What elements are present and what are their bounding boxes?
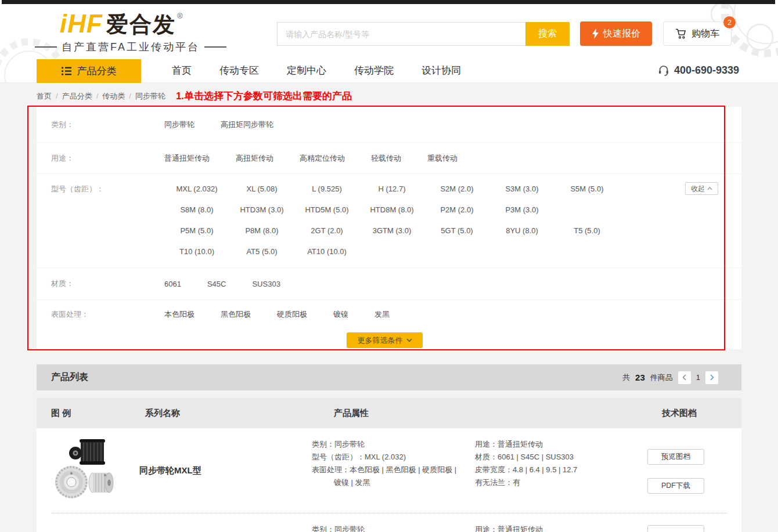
filter-option[interactable]: AT5 (5.0) — [229, 241, 294, 262]
attr-category: 类别：同步带轮 — [312, 523, 365, 532]
page: { "header": { "brand": "iHF", "brand_cn"… — [0, 0, 778, 532]
product-name[interactable]: 同步带轮MXL型 — [139, 428, 201, 513]
nav-item-transmission-zone[interactable]: 传动专区 — [219, 64, 259, 77]
filter-option[interactable]: 同步带轮 — [164, 120, 195, 130]
filter-option[interactable]: T5 (5.0) — [554, 220, 619, 241]
attr-usage: 用途：普通扭矩传动 — [475, 523, 543, 532]
filter-option[interactable]: HTD8M (8.0) — [359, 200, 424, 220]
filter-option[interactable]: 3GTM (3.0) — [359, 220, 424, 241]
tagline-line — [204, 46, 226, 48]
breadcrumb-current[interactable]: 同步带轮 — [135, 91, 165, 102]
attr-model: 型号（齿距）：MXL (2.032) — [312, 451, 456, 464]
search-button[interactable]: 搜索 — [525, 22, 570, 46]
quick-quote-button[interactable]: 快速报价 — [580, 21, 652, 46]
filter-option[interactable]: H (12.7) — [359, 179, 424, 200]
item-count-suffix: 件商品 — [650, 372, 673, 383]
breadcrumb-home[interactable]: 首页 — [37, 91, 52, 102]
product-image-pulleys[interactable] — [54, 436, 121, 501]
cart-badge: 2 — [723, 16, 736, 28]
attr-material: 材质：6061 | S45C | SUS303 — [475, 451, 577, 464]
chevron-left-icon — [682, 374, 686, 381]
list-icon — [62, 67, 71, 75]
breadcrumb-separator: / — [96, 92, 99, 100]
pdf-download-button[interactable]: PDF下载 — [647, 478, 704, 494]
filter-option[interactable]: 黑色阳极 — [221, 309, 251, 320]
attr-belt-width: 皮带宽度：4.8 | 6.4 | 9.5 | 12.7 — [475, 464, 577, 476]
product-category-button[interactable]: 产品分类 — [37, 59, 141, 83]
prev-page-button[interactable] — [678, 371, 691, 384]
filter-option[interactable]: 高精定位传动 — [300, 153, 345, 164]
search-input[interactable] — [277, 22, 525, 46]
service-phone: 400-690-9339 — [658, 58, 739, 82]
filter-row-usage: 用途： 普通扭矩传动 高扭矩传动 高精定位传动 轻载传动 重载传动 — [37, 143, 741, 174]
filter-option[interactable]: 5GT (5.0) — [424, 220, 489, 241]
breadcrumb-separator: / — [56, 92, 58, 100]
attr-surface: 表面处理：本色阳极 | 黑色阳极 | 硬质阳极 | — [312, 464, 456, 476]
cart-icon — [675, 28, 687, 39]
product-rows: 同步带轮MXL型 类别：同步带轮 型号（齿距）：MXL (2.032) 表面处理… — [37, 428, 741, 532]
filter-option[interactable]: T10 (10.0) — [164, 241, 229, 262]
attr-flange: 有无法兰：有 — [475, 476, 577, 489]
filter-option[interactable]: HTD3M (3.0) — [229, 200, 294, 220]
filter-row-model: 型号（齿距）： MXL (2.032) XL (5.08) L (9.525) … — [37, 174, 741, 268]
cart-button[interactable]: 购物车 2 — [663, 21, 732, 46]
filter-option[interactable]: SUS303 — [252, 280, 280, 288]
site-logo[interactable]: iHF 爱合发 ® 自产直营FA工业传动平台 — [35, 11, 226, 54]
filter-option[interactable]: P5M (5.0) — [164, 220, 229, 241]
collapse-button[interactable]: 收起 — [685, 182, 718, 195]
filter-option[interactable]: AT10 (10.0) — [294, 241, 359, 262]
filter-option[interactable]: 高扭矩同步带轮 — [221, 120, 273, 130]
filter-option[interactable]: 发黑 — [374, 309, 390, 320]
filter-row-category: 类别： 同步带轮 高扭矩同步带轮 — [37, 107, 741, 143]
filter-label: 型号（齿距）： — [51, 179, 164, 200]
filter-option[interactable]: P3M (3.0) — [489, 200, 554, 220]
logo-brand-cn: 爱合发 — [106, 11, 176, 38]
filter-option[interactable]: S45C — [207, 280, 226, 288]
column-header-image: 图 例 — [51, 398, 71, 428]
filter-option[interactable]: 6061 — [164, 280, 181, 288]
nav-item-design-collab[interactable]: 设计协同 — [422, 64, 461, 77]
filter-option[interactable]: P2M (2.0) — [424, 200, 489, 220]
product-table-header: 图 例 系列名称 产品属性 技术图档 — [37, 398, 741, 428]
table-row: 类别：同步带轮 用途：普通扭矩传动 — [37, 513, 741, 532]
filter-option[interactable]: 普通扭矩传动 — [164, 153, 210, 164]
filter-option[interactable]: L (9.525) — [294, 179, 359, 200]
more-filters-button[interactable]: 更多筛选条件 — [347, 332, 423, 348]
filter-option[interactable]: 8YU (8.0) — [489, 220, 554, 241]
filter-option[interactable]: XL (5.08) — [229, 179, 294, 200]
product-list-bar: 产品列表 共 23 件商品 1 — [37, 364, 741, 390]
breadcrumb-category[interactable]: 产品分类 — [62, 91, 92, 102]
product-attrs-right: 用途：普通扭矩传动 — [475, 523, 543, 532]
filter-option[interactable]: HTD5M (5.0) — [294, 200, 359, 220]
filter-option[interactable]: 硬质阳极 — [277, 309, 307, 320]
filter-option[interactable]: 高扭矩传动 — [236, 153, 273, 164]
filter-option[interactable]: 2GT (2.0) — [294, 220, 359, 241]
filter-option[interactable]: MXL (2.032) — [164, 179, 229, 200]
logo-tagline: 自产直营FA工业传动平台 — [62, 40, 200, 54]
preview-drawing-button[interactable] — [647, 525, 704, 532]
filter-option[interactable]: 本色阳极 — [164, 309, 195, 320]
item-count-prefix: 共 — [622, 372, 630, 383]
filter-option[interactable]: S3M (3.0) — [489, 179, 554, 200]
chevron-right-icon — [710, 374, 714, 381]
product-category-label: 产品分类 — [77, 64, 117, 78]
breadcrumb-transmission[interactable]: 传动类 — [102, 91, 125, 102]
filter-option[interactable]: S2M (2.0) — [424, 179, 489, 200]
filter-option[interactable]: 镀镍 — [333, 309, 348, 320]
top-accent-bar — [2, 0, 775, 4]
tagline-line — [35, 46, 57, 48]
nav-item-home[interactable]: 首页 — [172, 64, 192, 77]
filter-option[interactable]: S8M (8.0) — [164, 200, 229, 220]
nav-item-academy[interactable]: 传动学院 — [354, 64, 394, 77]
filter-row-material: 材质： 6061 S45C SUS303 — [37, 268, 741, 300]
filter-option[interactable]: 轻载传动 — [371, 153, 401, 164]
filter-label: 材质： — [51, 278, 164, 289]
filter-option[interactable]: 重载传动 — [427, 153, 458, 164]
tutorial-annotation: 1.单击选择下方参数可筛选出需要的产品 — [176, 89, 352, 103]
nav-item-custom-center[interactable]: 定制中心 — [287, 64, 326, 77]
filter-option[interactable]: P8M (8.0) — [229, 220, 294, 241]
main-navbar: 产品分类 首页 传动专区 定制中心 传动学院 设计协同 400-690-9339 — [0, 58, 778, 83]
filter-option[interactable]: S5M (5.0) — [554, 179, 619, 200]
preview-drawing-button[interactable]: 预览图档 — [647, 449, 704, 465]
next-page-button[interactable] — [705, 371, 718, 384]
